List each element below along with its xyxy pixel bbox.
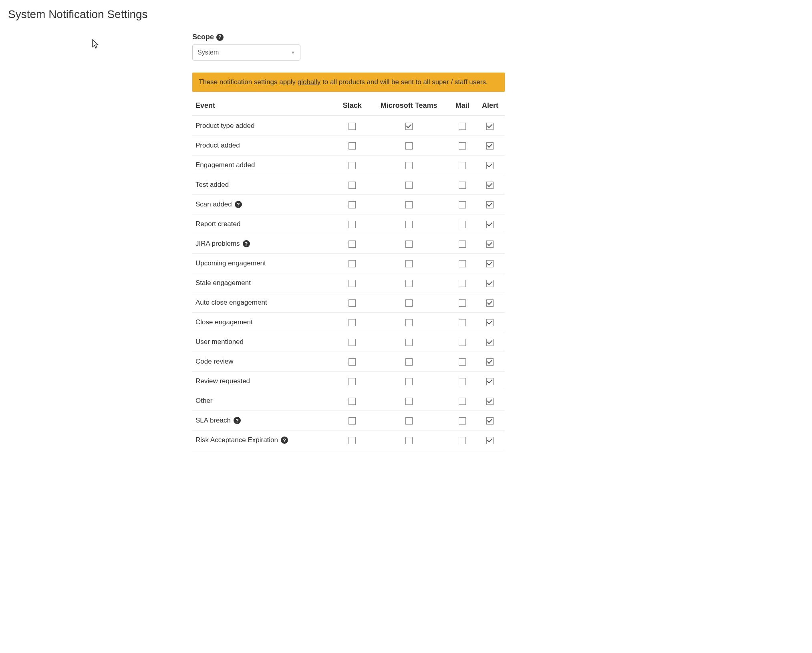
checkbox-slack[interactable] xyxy=(349,319,356,326)
checkbox-teams[interactable] xyxy=(405,398,413,405)
checkbox-mail[interactable] xyxy=(459,417,466,425)
table-row: SLA breach? xyxy=(192,411,505,431)
table-row: Test added xyxy=(192,175,505,195)
checkbox-alert[interactable] xyxy=(486,319,494,326)
checkbox-teams[interactable] xyxy=(405,319,413,326)
checkbox-slack[interactable] xyxy=(349,378,356,385)
checkbox-mail[interactable] xyxy=(459,299,466,307)
checkbox-mail[interactable] xyxy=(459,123,466,130)
checkbox-teams[interactable] xyxy=(405,260,413,267)
checkbox-alert[interactable] xyxy=(486,201,494,208)
checkbox-teams[interactable] xyxy=(405,123,413,130)
checkbox-mail[interactable] xyxy=(459,319,466,326)
checkbox-alert[interactable] xyxy=(486,299,494,307)
check-cell-slack xyxy=(336,214,369,234)
checkbox-mail[interactable] xyxy=(459,260,466,267)
checkbox-mail[interactable] xyxy=(459,241,466,248)
checkbox-alert[interactable] xyxy=(486,221,494,228)
checkbox-mail[interactable] xyxy=(459,221,466,228)
event-help-icon[interactable]: ? xyxy=(243,240,250,247)
checkbox-alert[interactable] xyxy=(486,339,494,346)
event-help-icon[interactable]: ? xyxy=(234,417,241,424)
event-help-icon[interactable]: ? xyxy=(235,201,242,208)
checkbox-teams[interactable] xyxy=(405,221,413,228)
checkbox-mail[interactable] xyxy=(459,339,466,346)
checkbox-mail[interactable] xyxy=(459,437,466,444)
check-cell-teams xyxy=(369,352,449,372)
check-cell-alert xyxy=(476,411,505,431)
check-cell-slack xyxy=(336,136,369,156)
checkbox-mail[interactable] xyxy=(459,398,466,405)
checkbox-teams[interactable] xyxy=(405,339,413,346)
checkbox-slack[interactable] xyxy=(349,241,356,248)
checkbox-slack[interactable] xyxy=(349,162,356,169)
checkbox-teams[interactable] xyxy=(405,437,413,444)
checkbox-slack[interactable] xyxy=(349,358,356,366)
checkbox-alert[interactable] xyxy=(486,182,494,189)
checkbox-mail[interactable] xyxy=(459,280,466,287)
check-cell-slack xyxy=(336,254,369,273)
checkbox-teams[interactable] xyxy=(405,299,413,307)
check-cell-alert xyxy=(476,273,505,293)
checkbox-alert[interactable] xyxy=(486,162,494,169)
checkbox-slack[interactable] xyxy=(349,437,356,444)
event-cell: Review requested xyxy=(192,372,336,391)
checkbox-teams[interactable] xyxy=(405,417,413,425)
checkbox-slack[interactable] xyxy=(349,201,356,208)
event-label: Other xyxy=(195,397,213,405)
event-cell: Product added xyxy=(192,136,336,156)
event-cell: Report created xyxy=(192,214,336,234)
checkbox-slack[interactable] xyxy=(349,339,356,346)
event-help-icon[interactable]: ? xyxy=(281,437,288,444)
check-cell-mail xyxy=(449,431,476,450)
check-cell-alert xyxy=(476,214,505,234)
checkbox-alert[interactable] xyxy=(486,417,494,425)
checkbox-alert[interactable] xyxy=(486,123,494,130)
checkbox-teams[interactable] xyxy=(405,241,413,248)
checkbox-slack[interactable] xyxy=(349,280,356,287)
event-label: Close engagement xyxy=(195,318,253,326)
checkbox-teams[interactable] xyxy=(405,378,413,385)
global-scope-banner: These notification settings apply global… xyxy=(192,73,505,92)
checkbox-teams[interactable] xyxy=(405,358,413,366)
scope-label: Scope xyxy=(192,33,214,41)
checkbox-slack[interactable] xyxy=(349,182,356,189)
checkbox-teams[interactable] xyxy=(405,280,413,287)
checkbox-alert[interactable] xyxy=(486,437,494,444)
checkbox-slack[interactable] xyxy=(349,142,356,150)
checkbox-slack[interactable] xyxy=(349,398,356,405)
checkbox-alert[interactable] xyxy=(486,280,494,287)
event-cell: Product type added xyxy=(192,116,336,136)
checkbox-teams[interactable] xyxy=(405,182,413,189)
check-cell-alert xyxy=(476,431,505,450)
checkbox-mail[interactable] xyxy=(459,358,466,366)
header-teams: Microsoft Teams xyxy=(369,96,449,116)
checkbox-slack[interactable] xyxy=(349,260,356,267)
checkbox-alert[interactable] xyxy=(486,398,494,405)
checkbox-mail[interactable] xyxy=(459,182,466,189)
event-label: Upcoming engagement xyxy=(195,259,266,267)
checkbox-teams[interactable] xyxy=(405,162,413,169)
checkbox-slack[interactable] xyxy=(349,417,356,425)
checkbox-alert[interactable] xyxy=(486,260,494,267)
checkbox-slack[interactable] xyxy=(349,299,356,307)
checkbox-alert[interactable] xyxy=(486,142,494,150)
check-cell-teams xyxy=(369,332,449,352)
checkbox-mail[interactable] xyxy=(459,142,466,150)
checkbox-alert[interactable] xyxy=(486,241,494,248)
checkbox-teams[interactable] xyxy=(405,201,413,208)
checkbox-slack[interactable] xyxy=(349,123,356,130)
checkbox-mail[interactable] xyxy=(459,378,466,385)
checkbox-teams[interactable] xyxy=(405,142,413,150)
checkbox-slack[interactable] xyxy=(349,221,356,228)
check-cell-teams xyxy=(369,391,449,411)
check-cell-alert xyxy=(476,156,505,175)
check-cell-mail xyxy=(449,254,476,273)
checkbox-alert[interactable] xyxy=(486,378,494,385)
checkbox-alert[interactable] xyxy=(486,358,494,366)
checkbox-mail[interactable] xyxy=(459,201,466,208)
checkbox-mail[interactable] xyxy=(459,162,466,169)
check-cell-mail xyxy=(449,195,476,214)
scope-help-icon[interactable]: ? xyxy=(216,34,224,41)
scope-select[interactable]: System ▼ xyxy=(192,44,300,61)
